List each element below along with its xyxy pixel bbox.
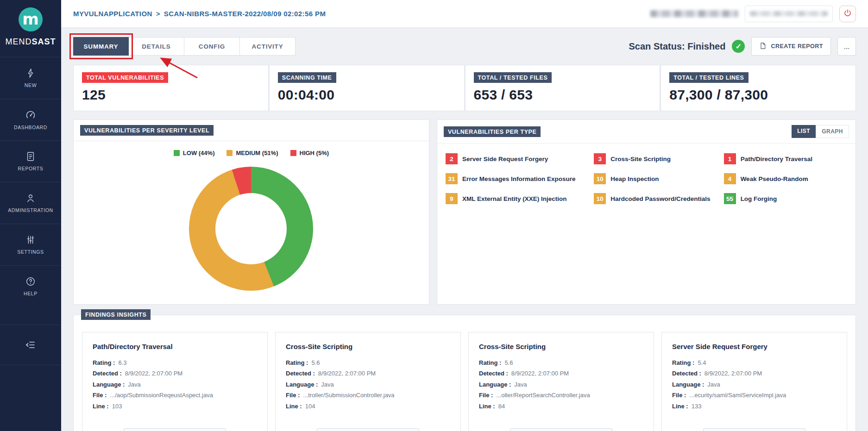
document-icon <box>25 151 36 162</box>
breadcrumb: MYVULNAPPLICATION > SCAN-NIBRS-MASTER-20… <box>73 10 326 18</box>
type-item[interactable]: 4 Weak Pseudo-Random <box>724 173 847 184</box>
type-label: Hardcoded Password/Credentials <box>610 195 710 202</box>
brand-name-bold: SAST <box>31 37 56 46</box>
finding-detected-row: Detected :8/9/2022, 2:07:00 PM <box>286 368 450 379</box>
type-item[interactable]: 10 Hardcoded Password/Credentials <box>594 193 717 204</box>
severity-donut-wrap <box>74 167 429 291</box>
findings-panel-title: FINDINGS INSIGHTS <box>81 309 151 320</box>
brand-name-light: MEND <box>5 37 31 46</box>
finding-field-value: 8/9/2022, 2:07:00 PM <box>704 370 762 377</box>
type-item[interactable]: 31 Error Messages Information Exposure <box>446 173 587 184</box>
finding-field-label: Line : <box>672 403 688 410</box>
create-report-label: CREATE REPORT <box>771 43 823 50</box>
severity-donut-chart <box>189 167 313 291</box>
power-icon <box>843 9 852 19</box>
finding-field-value: 8/9/2022, 2:07:00 PM <box>318 370 376 377</box>
type-item[interactable]: 9 XML External Entity (XXE) Injection <box>446 193 587 204</box>
finding-file-row: File :...troller/SubmissionController.ja… <box>286 390 450 400</box>
type-count-badge: 1 <box>724 153 736 164</box>
finding-field-value: 104 <box>305 403 315 410</box>
finding-field-value: 5.4 <box>698 359 706 366</box>
donut-hole <box>215 193 287 264</box>
redacted-account-text <box>750 11 828 16</box>
more-actions-button[interactable]: ... <box>837 37 856 56</box>
tab-config[interactable]: CONFIG <box>184 37 240 56</box>
sidebar-item-help[interactable]: HELP <box>0 265 61 307</box>
finding-field-value: ...troller/SubmissionController.java <box>303 392 394 399</box>
logout-power-button[interactable] <box>839 6 856 22</box>
legend-item-low: LOW (44%) <box>174 150 215 156</box>
types-grid: 2 Server Side Request Forgery 3 Cross-Si… <box>437 144 855 214</box>
type-label: Server Side Request Forgery <box>462 156 548 162</box>
legend-label: LOW (44%) <box>183 150 215 156</box>
finding-card: Cross-Site Scripting Rating :5.6 Detecte… <box>275 332 461 431</box>
toggle-list-button[interactable]: LIST <box>792 125 816 138</box>
finding-rating-row: Rating :5.4 <box>672 357 837 368</box>
sidebar-item-settings[interactable]: SETTINGS <box>0 224 61 265</box>
finding-field-label: Language : <box>93 381 125 388</box>
finding-field-value: 6.3 <box>118 359 126 366</box>
type-label: XML External Entity (XXE) Injection <box>462 195 567 202</box>
severity-panel-title: VULNERABILITIES PER SEVERITY LEVEL <box>80 125 214 136</box>
sidebar-item-label: ADMINISTRATION <box>8 207 53 213</box>
type-count-badge: 3 <box>594 153 606 164</box>
finding-action-button[interactable] <box>124 428 226 431</box>
finding-language-row: Language :Java <box>672 379 837 390</box>
type-item[interactable]: 3 Cross-Site Scripting <box>594 153 717 164</box>
finding-language-row: Language :Java <box>286 379 450 390</box>
type-label: Error Messages Information Exposure <box>462 175 576 182</box>
finding-title: Cross-Site Scripting <box>479 343 643 350</box>
finding-field-label: File : <box>93 392 107 399</box>
stat-card-tested-lines: TOTAL / TESTED LINES 87,300 / 87,300 <box>660 65 856 111</box>
tab-summary[interactable]: SUMMARY <box>73 37 129 56</box>
type-count-badge: 55 <box>724 193 736 204</box>
finding-detected-row: Detected :8/9/2022, 2:07:00 PM <box>479 368 643 379</box>
content: SUMMARY DETAILS CONFIG ACTIVITY Scan Sta… <box>61 28 868 431</box>
finding-field-value: ...oller/ReportSearchController.java <box>496 392 590 399</box>
finding-action-button[interactable] <box>703 428 805 431</box>
sidebar-item-reports[interactable]: REPORTS <box>0 140 61 182</box>
finding-card: Server Side Request Forgery Rating :5.4 … <box>661 332 847 431</box>
types-panel-title: VULNERABILITIES PER TYPE <box>444 126 541 137</box>
finding-line-row: Line :84 <box>479 401 643 412</box>
finding-field-label: Line : <box>479 403 495 410</box>
severity-panel-header: VULNERABILITIES PER SEVERITY LEVEL <box>74 120 429 141</box>
finding-action-button[interactable] <box>317 428 419 431</box>
brand-name: MENDSAST <box>5 37 56 47</box>
type-item[interactable]: 10 Heap Inspection <box>594 173 717 184</box>
redacted-account-selector[interactable] <box>745 6 833 22</box>
sidebar-item-label: HELP <box>24 291 38 296</box>
type-item[interactable]: 55 Log Forging <box>724 193 847 204</box>
sidebar-item-label: SETTINGS <box>17 249 44 255</box>
breadcrumb-separator: > <box>156 10 160 18</box>
topbar-right <box>650 6 856 22</box>
sliders-icon <box>25 235 36 245</box>
type-item[interactable]: 1 Path/Directory Traversal <box>724 153 847 164</box>
toggle-graph-button[interactable]: GRAPH <box>816 125 849 138</box>
sidebar-collapse-button[interactable] <box>0 325 61 365</box>
type-count-badge: 10 <box>594 173 606 184</box>
finding-language-row: Language :Java <box>479 379 643 390</box>
finding-field-label: File : <box>672 392 686 399</box>
legend-swatch-medium <box>226 150 233 156</box>
tab-activity[interactable]: ACTIVITY <box>240 37 296 56</box>
finding-action-button[interactable] <box>510 428 612 431</box>
stat-card-total-vulnerabilities: TOTAL VULNERABILITIES 125 <box>73 65 269 111</box>
legend-item-medium: MEDIUM (51%) <box>226 150 278 156</box>
middle-row: VULNERABILITIES PER SEVERITY LEVEL LOW (… <box>73 119 856 305</box>
finding-detected-row: Detected :8/9/2022, 2:07:00 PM <box>93 368 257 379</box>
sidebar-item-dashboard[interactable]: DASHBOARD <box>0 99 61 140</box>
stat-badge: TOTAL VULNERABILITIES <box>82 72 168 83</box>
finding-field-label: Rating : <box>672 359 694 366</box>
tab-details[interactable]: DETAILS <box>129 37 184 56</box>
sidebar-item-administration[interactable]: ADMINISTRATION <box>0 182 61 224</box>
finding-field-label: Line : <box>93 403 109 410</box>
sidebar-item-new[interactable]: NEW <box>0 57 61 99</box>
breadcrumb-app-link[interactable]: MYVULNAPPLICATION <box>73 10 152 18</box>
stat-card-tested-files: TOTAL / TESTED FILES 653 / 653 <box>465 65 660 111</box>
type-item[interactable]: 2 Server Side Request Forgery <box>446 153 587 164</box>
finding-line-row: Line :103 <box>93 401 257 412</box>
stat-value: 87,300 / 87,300 <box>669 87 847 103</box>
person-icon <box>25 193 36 203</box>
create-report-button[interactable]: CREATE REPORT <box>751 37 831 56</box>
